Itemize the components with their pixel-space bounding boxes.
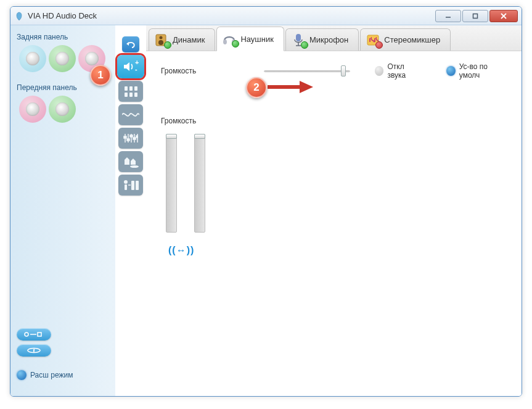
callout-2: 2 bbox=[246, 77, 267, 98]
jack-front-mic[interactable] bbox=[19, 96, 46, 123]
svg-text:i: i bbox=[33, 348, 35, 353]
tab-label: Наушник bbox=[240, 35, 274, 44]
front-jacks bbox=[17, 96, 109, 123]
arrow-icon bbox=[265, 79, 314, 95]
room-correction-button[interactable] bbox=[118, 175, 143, 196]
slider-thumb[interactable] bbox=[194, 134, 205, 139]
left-channel-slider[interactable] bbox=[166, 134, 177, 233]
svg-rect-22 bbox=[124, 136, 126, 138]
svg-point-27 bbox=[130, 165, 139, 168]
mute-toggle[interactable]: Откл звука bbox=[375, 62, 422, 80]
master-volume-slider[interactable] bbox=[264, 64, 350, 78]
svg-point-36 bbox=[223, 39, 227, 44]
svg-rect-14 bbox=[125, 93, 128, 97]
radio-indicator-off-icon bbox=[375, 66, 384, 76]
channel-volume-section: Громкость ((↔)) bbox=[161, 117, 507, 256]
svg-rect-25 bbox=[133, 138, 136, 139]
jack-rear-linein[interactable] bbox=[19, 45, 46, 72]
volume-feature-button[interactable]: +- bbox=[117, 55, 144, 78]
stereomix-icon bbox=[366, 33, 380, 48]
master-volume-row: Громкость Откл звука Ус-во по умолч bbox=[161, 62, 507, 80]
svg-rect-30 bbox=[131, 181, 134, 190]
tab-microphone[interactable]: Микрофон bbox=[285, 28, 359, 51]
svg-point-35 bbox=[158, 40, 163, 45]
main-area: Динамик Наушник Микрофон bbox=[146, 25, 522, 396]
minimize-button[interactable] bbox=[435, 10, 461, 22]
jack-detection-button[interactable] bbox=[17, 328, 51, 341]
environment-button[interactable] bbox=[118, 151, 143, 172]
jack-front-headphone[interactable] bbox=[49, 96, 76, 123]
window-controls bbox=[434, 10, 518, 22]
window-title: VIA HD Audio Deck bbox=[28, 11, 434, 20]
status-badge-icon bbox=[301, 41, 308, 49]
channel-volume-label: Громкость bbox=[161, 117, 196, 125]
svg-rect-23 bbox=[127, 139, 129, 141]
close-button[interactable] bbox=[489, 10, 518, 22]
info-button[interactable]: i bbox=[17, 344, 51, 357]
svg-rect-13 bbox=[134, 86, 137, 91]
svg-rect-31 bbox=[136, 181, 139, 190]
svg-point-28 bbox=[124, 180, 128, 184]
tab-headphone[interactable]: Наушник bbox=[216, 27, 284, 51]
svg-rect-26 bbox=[136, 136, 138, 138]
svg-rect-6 bbox=[38, 333, 41, 336]
channel-sliders bbox=[166, 134, 507, 233]
svg-marker-44 bbox=[300, 81, 313, 93]
speaker-config-button[interactable] bbox=[118, 81, 143, 102]
bottom-controls: i Расш режим bbox=[17, 328, 109, 389]
svg-rect-16 bbox=[134, 93, 137, 97]
svg-point-34 bbox=[160, 36, 163, 39]
right-channel-slider[interactable] bbox=[194, 134, 205, 233]
extended-mode-label: Расш режим bbox=[30, 371, 73, 379]
svg-rect-29 bbox=[125, 184, 127, 190]
slider-thumb[interactable] bbox=[341, 65, 346, 76]
app-icon bbox=[14, 11, 24, 21]
radio-indicator-on-icon bbox=[446, 66, 456, 76]
mute-label: Откл звука bbox=[387, 62, 422, 80]
volume-label: Громкость bbox=[161, 67, 203, 75]
tab-stereomix[interactable]: Стереомикшер bbox=[360, 28, 451, 51]
svg-rect-11 bbox=[125, 86, 128, 91]
svg-point-4 bbox=[25, 333, 28, 336]
svg-rect-15 bbox=[129, 93, 133, 97]
slider-track bbox=[166, 134, 177, 233]
slider-thumb[interactable] bbox=[166, 134, 177, 139]
slider-track bbox=[264, 70, 350, 72]
slider-track bbox=[194, 134, 205, 233]
speaker-icon bbox=[154, 33, 169, 48]
reset-button[interactable] bbox=[122, 36, 139, 52]
svg-rect-12 bbox=[129, 86, 133, 91]
headphone-icon bbox=[222, 31, 237, 46]
stereo-expand-icon[interactable]: ((↔)) bbox=[168, 245, 507, 256]
app-window: VIA HD Audio Deck Задняя панель Передняя… bbox=[10, 6, 522, 397]
tab-label: Динамик bbox=[173, 35, 205, 44]
extended-mode-toggle[interactable]: Расш режим bbox=[17, 370, 109, 380]
tab-label: Микрофон bbox=[309, 35, 348, 44]
maximize-button[interactable] bbox=[462, 10, 488, 22]
feature-strip: +- bbox=[115, 25, 146, 396]
tab-label: Стереомикшер bbox=[384, 35, 440, 44]
svg-text:-: - bbox=[135, 65, 137, 73]
tab-speaker[interactable]: Динамик bbox=[149, 28, 215, 51]
device-tabs: Динамик Наушник Микрофон bbox=[146, 25, 522, 51]
status-badge-icon bbox=[375, 41, 383, 49]
rear-panel-label: Задняя панель bbox=[17, 33, 109, 41]
extended-mode-indicator bbox=[17, 370, 27, 380]
status-badge-icon bbox=[232, 40, 239, 48]
titlebar: VIA HD Audio Deck bbox=[10, 7, 522, 25]
jack-rear-lineout[interactable] bbox=[49, 45, 76, 72]
tab-content: Громкость Откл звука Ус-во по умолч bbox=[146, 51, 522, 396]
microphone-icon bbox=[291, 33, 306, 48]
callout-1: 1 bbox=[90, 65, 111, 86]
svg-rect-38 bbox=[296, 34, 301, 41]
equalizer-button[interactable] bbox=[118, 128, 143, 149]
svg-rect-1 bbox=[473, 14, 478, 18]
default-device-label: Ус-во по умолч bbox=[459, 62, 507, 80]
status-badge-icon bbox=[164, 41, 171, 49]
default-device-toggle[interactable]: Ус-во по умолч bbox=[446, 62, 507, 80]
svg-rect-24 bbox=[130, 135, 133, 137]
sound-effect-button[interactable] bbox=[118, 104, 143, 125]
